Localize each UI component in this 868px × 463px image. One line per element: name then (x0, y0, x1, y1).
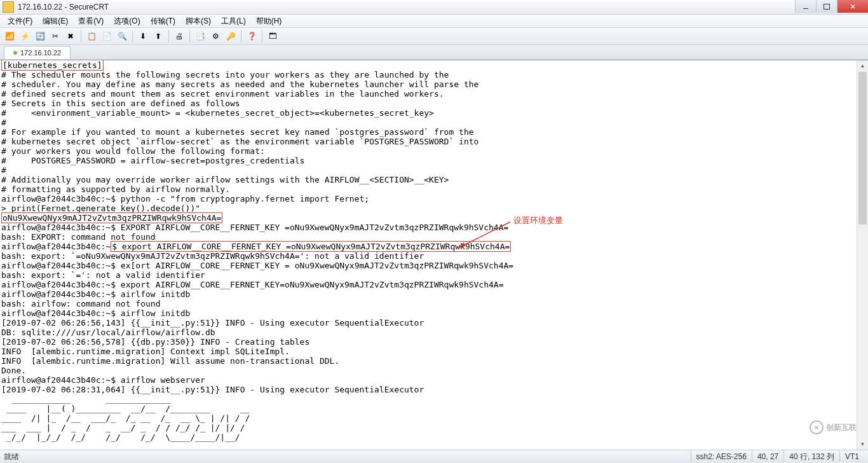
find-icon[interactable]: 🔍 (115, 29, 129, 43)
menu-edit[interactable]: 编辑(E) (37, 16, 73, 27)
session-tab[interactable]: 172.16.10.22 (4, 46, 71, 59)
separator-icon (262, 30, 262, 43)
export-command-box: $ export AIRFLOW__CORE__FERNET_KEY =oNu9… (111, 241, 511, 252)
separator-icon (81, 30, 81, 43)
status-ready: 就绪 (4, 452, 19, 462)
toolbar: 📶 ⚡ 🔄 ✂ ✖ 📋 📄 🔍 ⬇ ⬆ 🖨 📑 ⚙ 🔑 ❓ 🗔 (0, 28, 868, 45)
separator-icon (189, 30, 190, 43)
menu-transfer[interactable]: 传输(T) (146, 16, 180, 27)
disconnect-icon[interactable]: ✂ (48, 29, 62, 43)
terminal[interactable]: [kubernetes_secrets] # The scheduler mou… (0, 60, 868, 450)
watermark-text: 创新互联 (826, 422, 857, 433)
xmodem-icon[interactable]: ⬇ (136, 29, 150, 43)
options-icon[interactable]: ⚙ (208, 29, 222, 43)
watermark: ✕ 创新互联 (810, 420, 857, 434)
separator-icon (168, 30, 169, 43)
close-button[interactable]: ✕ (837, 0, 868, 13)
quick-connect-icon[interactable]: ⚡ (18, 29, 32, 43)
print-icon[interactable]: 🖨 (172, 29, 186, 43)
ymodem-icon[interactable]: ⬆ (151, 29, 165, 43)
app-icon (3, 1, 14, 13)
menu-tools[interactable]: 工具(L) (216, 16, 251, 27)
separator-icon (132, 30, 133, 43)
maximize-button[interactable] (816, 0, 837, 13)
menu-script[interactable]: 脚本(S) (180, 16, 216, 27)
status-rowcol: 40 行, 132 列 (783, 451, 839, 462)
help-icon[interactable]: ❓ (245, 29, 259, 43)
properties-icon[interactable]: 📑 (193, 29, 207, 43)
tab-label: 172.16.10.22 (20, 49, 61, 57)
menu-view[interactable]: 查看(V) (73, 16, 109, 27)
menu-file[interactable]: 文件(F) (3, 16, 37, 27)
menu-options[interactable]: 选项(O) (109, 16, 145, 27)
menu-bar: 文件(F) 编辑(E) 查看(V) 选项(O) 传输(T) 脚本(S) 工具(L… (0, 15, 868, 28)
status-vt: VT1 (839, 451, 864, 462)
status-bar: 就绪 ssh2: AES-256 40, 27 40 行, 132 列 VT1 (0, 450, 868, 463)
status-ssh: ssh2: AES-256 (691, 451, 752, 462)
connect-icon[interactable]: 📶 (3, 29, 17, 43)
separator-icon (241, 30, 241, 43)
annotation-label: 设置环境变量 (513, 215, 563, 226)
key-icon[interactable]: 🔑 (224, 29, 238, 43)
stop-icon[interactable]: ✖ (64, 29, 78, 43)
window-titlebar: 172.16.10.22 - SecureCRT ✕ (0, 0, 868, 15)
reconnect-icon[interactable]: 🔄 (33, 29, 47, 43)
session-manager-icon[interactable]: 🗔 (266, 29, 280, 43)
menu-help[interactable]: 帮助(H) (251, 16, 287, 27)
scroll-up-icon[interactable]: ▲ (857, 60, 868, 71)
tab-bar: 172.16.10.22 (0, 45, 868, 60)
paste-icon[interactable]: 📄 (100, 29, 114, 43)
status-cursor-pos: 40, 27 (752, 451, 783, 462)
terminal-output: [kubernetes_secrets] # The scheduler mou… (0, 60, 868, 442)
status-dot-icon (13, 51, 17, 55)
window-title: 172.16.10.22 - SecureCRT (18, 3, 109, 11)
scroll-thumb[interactable] (858, 72, 867, 225)
watermark-logo-icon: ✕ (810, 420, 824, 434)
vertical-scrollbar[interactable]: ▲ ▼ (857, 60, 868, 450)
scroll-down-icon[interactable]: ▼ (857, 439, 868, 450)
minimize-button[interactable] (795, 0, 816, 13)
fernet-key-box: oNu9XwewQNyx9mAJT2vZvtm3qzPRZIWRqwk9hSVc… (1, 212, 222, 223)
copy-icon[interactable]: 📋 (85, 29, 98, 43)
